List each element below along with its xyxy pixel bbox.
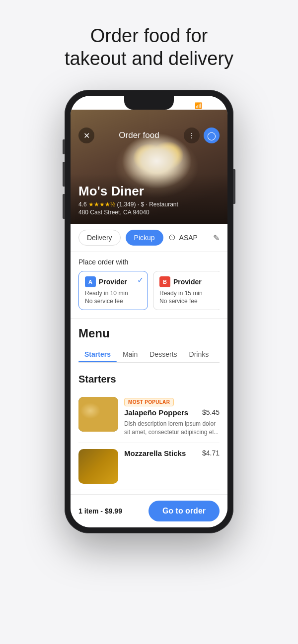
phone-power-btn bbox=[233, 169, 235, 204]
menu-section: Menu Starters Main Desserts Drinks Sweet… bbox=[71, 319, 227, 367]
provider-card-header-1: B Provider bbox=[159, 276, 216, 287]
item-name-0: Jalapeño Poppers bbox=[124, 408, 188, 417]
item-price-0: $5.45 bbox=[202, 408, 220, 416]
delivery-tab[interactable]: Delivery bbox=[78, 230, 121, 246]
menu-tabs: Starters Main Desserts Drinks Sweets & T… bbox=[78, 346, 220, 363]
provider-section: Place order with A Provider ✓ Ready in 1… bbox=[71, 252, 227, 319]
provider-label: Place order with bbox=[78, 258, 220, 266]
status-time: 9:41 bbox=[80, 102, 94, 110]
clock-icon: ⏲ bbox=[168, 233, 176, 242]
phone-screen: 9:41 📶 bbox=[71, 96, 227, 527]
item-name-price-0: Jalapeño Poppers $5.45 bbox=[124, 408, 220, 418]
wifi-icon: 📶 bbox=[195, 102, 202, 109]
item-name-1: Mozzarella Sticks bbox=[124, 449, 186, 457]
hero-topbar: ✕ Order food ⋮ ◯ bbox=[71, 128, 227, 143]
provider-badge-b1: B bbox=[159, 276, 170, 287]
most-popular-badge: MOST POPULAR bbox=[124, 398, 174, 406]
battery-icon bbox=[205, 103, 218, 109]
starters-section: Starters MOST POPULAR Jalapeño Poppers $… bbox=[71, 367, 227, 494]
hero-actions: ⋮ ◯ bbox=[184, 128, 220, 143]
phone-notch bbox=[124, 96, 174, 110]
close-button[interactable]: ✕ bbox=[78, 128, 94, 143]
more-icon: ⋮ bbox=[188, 131, 195, 139]
menu-item-image-0 bbox=[78, 397, 118, 432]
check-icon: ✓ bbox=[137, 275, 144, 285]
provider-ready-1: Ready in 15 min bbox=[159, 289, 216, 298]
tab-starters[interactable]: Starters bbox=[78, 346, 117, 362]
edit-icon[interactable]: ✎ bbox=[213, 233, 220, 243]
provider-badge-a: A bbox=[85, 276, 96, 287]
phone-vol-down-btn bbox=[63, 194, 65, 219]
price-range: $ bbox=[141, 201, 144, 208]
tab-desserts[interactable]: Desserts bbox=[144, 346, 183, 362]
go-to-order-button[interactable]: Go to order bbox=[149, 501, 220, 521]
item-price-1: $4.71 bbox=[202, 449, 220, 457]
starters-heading: Starters bbox=[78, 374, 220, 385]
menu-item-info-0: MOST POPULAR Jalapeño Poppers $5.45 Dish… bbox=[124, 397, 220, 437]
menu-icon-btn[interactable]: ⋮ bbox=[184, 128, 200, 143]
provider-card-1[interactable]: B Provider Ready in 15 min No service fe… bbox=[153, 271, 220, 310]
user-icon-btn[interactable]: ◯ bbox=[204, 128, 220, 143]
tab-main[interactable]: Main bbox=[117, 346, 144, 362]
phone-vol-up-btn bbox=[63, 162, 65, 187]
order-type-bar: Delivery Pickup ⏲ ASAP ✎ bbox=[71, 224, 227, 252]
asap-label: ASAP bbox=[179, 234, 198, 242]
pickup-tab[interactable]: Pickup bbox=[126, 230, 163, 246]
bottom-bar: 1 item - $9.99 Go to order bbox=[71, 494, 227, 527]
hero-title: Order food bbox=[119, 130, 159, 140]
menu-item-0[interactable]: MOST POPULAR Jalapeño Poppers $5.45 Dish… bbox=[78, 391, 220, 443]
provider-fee-0: No service fee bbox=[85, 298, 142, 305]
phone-frame: 9:41 📶 bbox=[65, 90, 233, 533]
order-summary: 1 item - $9.99 bbox=[78, 507, 122, 515]
asap-area: ⏲ ASAP bbox=[168, 233, 208, 242]
status-icons: 📶 bbox=[185, 102, 218, 109]
user-icon: ◯ bbox=[207, 131, 216, 140]
provider-fee-1: No service fee bbox=[159, 298, 216, 305]
menu-item-1[interactable]: Mozzarella Sticks $4.71 bbox=[78, 443, 220, 490]
restaurant-meta: 4.6 ★★★★½ (1,349) · $ · Restaurant bbox=[78, 201, 220, 208]
review-count: (1,349) bbox=[117, 201, 136, 208]
hero-image: ✕ Order food ⋮ ◯ Mo's Diner 4.6 ★★★★½ bbox=[71, 110, 227, 224]
signal-icon bbox=[185, 103, 192, 109]
provider-card-0[interactable]: A Provider ✓ Ready in 10 min No service … bbox=[78, 271, 148, 310]
provider-card-header-0: A Provider bbox=[85, 276, 142, 287]
tab-drinks[interactable]: Drinks bbox=[183, 346, 215, 362]
restaurant-name: Mo's Diner bbox=[78, 184, 220, 199]
menu-heading: Menu bbox=[78, 326, 220, 340]
item-name-price-1: Mozzarella Sticks $4.71 bbox=[124, 449, 220, 459]
page-title: Order food for takeout and delivery bbox=[55, 25, 243, 70]
rating-value: 4.6 bbox=[78, 201, 87, 208]
provider-name-0: Provider bbox=[99, 278, 127, 286]
phone-silent-btn bbox=[63, 139, 65, 154]
star-icons: ★★★★½ bbox=[88, 201, 115, 208]
provider-cards: A Provider ✓ Ready in 10 min No service … bbox=[78, 271, 220, 310]
menu-item-image-1 bbox=[78, 449, 118, 484]
provider-name-1: Provider bbox=[173, 278, 202, 286]
provider-ready-0: Ready in 10 min bbox=[85, 289, 142, 298]
tab-sweets-treats[interactable]: Sweets & Treats bbox=[215, 346, 220, 362]
hero-overlay: Mo's Diner 4.6 ★★★★½ (1,349) · $ · Resta… bbox=[71, 174, 227, 224]
item-desc-0: Dish description lorem ipsum dolor sit a… bbox=[124, 420, 220, 437]
menu-item-info-1: Mozzarella Sticks $4.71 bbox=[124, 449, 220, 484]
restaurant-type: Restaurant bbox=[149, 201, 178, 208]
restaurant-address: 480 Cast Street, CA 94040 bbox=[78, 209, 220, 216]
